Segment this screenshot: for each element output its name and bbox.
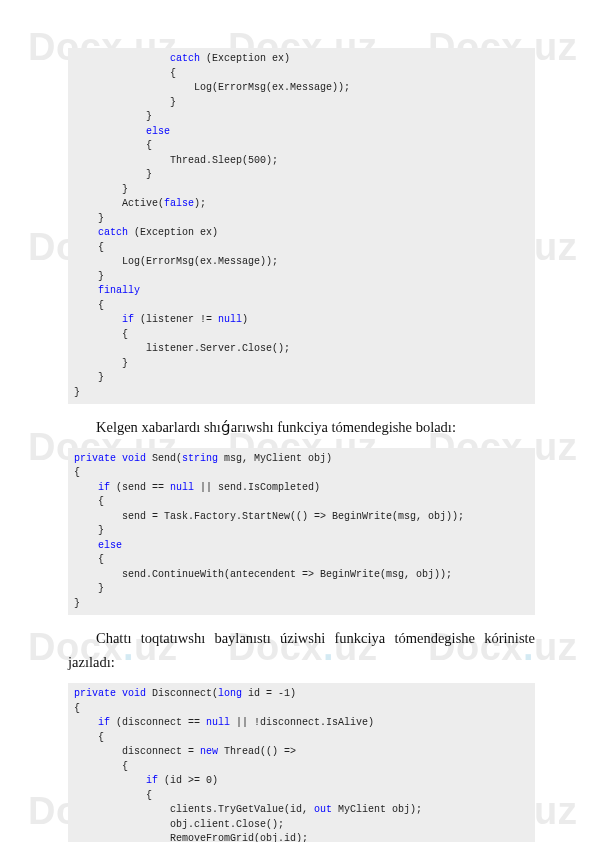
code-block-1: catch (Exception ex) { Log(ErrorMsg(ex.M… [68, 48, 535, 404]
code-block-2: private void Send(string msg, MyClient o… [68, 448, 535, 616]
paragraph-2: Chattı toqtatıwshı baylanıstı úziwshi fu… [68, 627, 535, 675]
paragraph-1: Kelgen xabarlardı shıǵarıwshı funkciya t… [68, 416, 535, 440]
page-content: catch (Exception ex) { Log(ErrorMsg(ex.M… [0, 0, 595, 842]
code-block-3: private void Disconnect(long id = -1) { … [68, 683, 535, 842]
